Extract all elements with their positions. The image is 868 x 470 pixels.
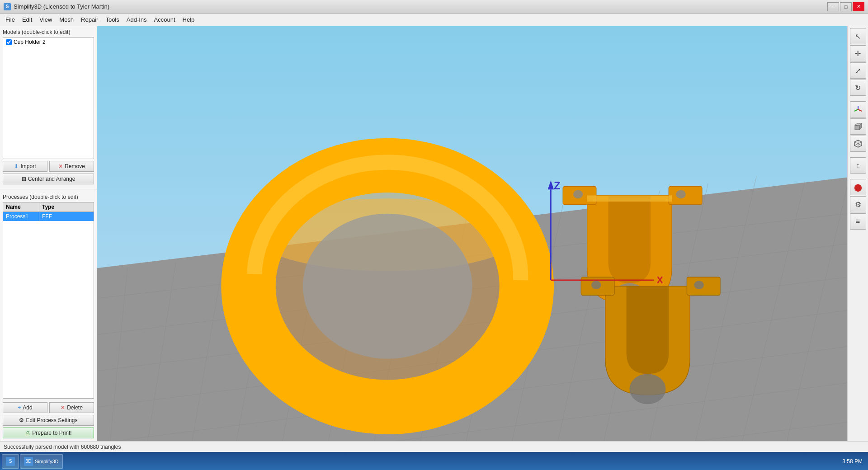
edit-process-button[interactable]: ⚙ Edit Process Settings [3,415,94,426]
menu-item-help[interactable]: Help [179,15,198,24]
scale-tool-button[interactable]: ⤢ [850,62,866,79]
svg-line-48 [854,109,858,111]
processes-list: Process1 FFF [3,212,94,399]
process-bottom-buttons: + Add ✕ Delete ⚙ Edit Process Settings 🖨… [3,400,94,438]
process-name: Process1 [3,212,39,221]
restore-button[interactable]: □ [840,2,852,11]
model-checkbox[interactable] [6,39,12,45]
material-icon: ⬤ [854,183,862,192]
svg-point-36 [629,374,665,404]
svg-text:X: X [657,275,664,286]
rotate-tool-button[interactable]: ↻ [850,80,866,96]
center-arrange-row: ⊞ Center and Arrange [3,174,94,184]
start-icon: S [6,457,15,466]
status-text: Successfully parsed model with 600880 tr… [4,444,121,450]
settings-icon: ⚙ [855,200,861,209]
add-icon: + [18,404,21,411]
viewport[interactable]: Z X [97,26,847,441]
model-item[interactable]: Cup Holder 2 [3,38,94,47]
svg-point-35 [676,190,685,199]
delete-icon: ✕ [61,404,65,411]
remove-button[interactable]: ✕ Remove [49,161,94,172]
remove-icon: ✕ [58,163,63,169]
processes-table-header: Name Type [3,202,94,212]
process-item[interactable]: Process1 FFF [3,212,94,221]
material-button[interactable]: ⬤ [850,179,866,195]
title-bar-left: S Simplify3D (Licensed to Tyler Martin) [4,3,109,10]
app-taskbar-icon: 3D [24,457,33,466]
app-icon: S [4,3,11,10]
taskbar-clock: 3:58 PM [842,458,866,465]
select-icon: ↖ [855,32,861,41]
print-icon: 🖨 [25,430,30,436]
viewport-svg: Z X [97,26,847,441]
z-axis-button[interactable]: ↕ [850,157,866,174]
menu-item-repair[interactable]: Repair [77,15,102,24]
models-list: Cup Holder 2 [3,37,94,159]
menu-item-edit[interactable]: Edit [19,15,36,24]
col-type-header: Type [39,202,94,212]
panel-divider [0,189,97,189]
processes-section: Processes (double-click to edit) Name Ty… [0,191,97,441]
title-bar: S Simplify3D (Licensed to Tyler Martin) … [0,0,868,14]
edit-icon: ⚙ [19,417,24,423]
window-controls: ─ □ ✕ [827,2,864,11]
taskbar: S 3D Simplify3D 3:58 PM [0,452,868,470]
prepare-print-button[interactable]: 🖨 Prepare to Print! [3,428,94,438]
import-icon: ⬇ [14,163,19,169]
menu-item-view[interactable]: View [36,15,56,24]
left-panel: Models (double-click to edit) Cup Holder… [0,26,97,441]
axes-view-button[interactable] [850,101,866,118]
svg-point-38 [591,281,601,289]
menu-item-tools[interactable]: Tools [102,15,123,24]
axes-icon [854,105,863,114]
svg-line-47 [858,109,862,111]
3d-view-button[interactable] [850,136,866,152]
cube-view-button[interactable] [850,118,866,135]
z-axis-icon: ↕ [856,161,860,169]
menu-item-mesh[interactable]: Mesh [56,15,77,24]
menu-item-add-ins[interactable]: Add-Ins [123,15,151,24]
taskbar-app[interactable]: 3D Simplify3D [20,454,63,469]
import-button[interactable]: ⬇ Import [3,161,47,172]
add-delete-row: + Add ✕ Delete [3,402,94,413]
rotate-icon: ↻ [855,84,861,92]
models-label: Models (double-click to edit) [3,29,94,35]
preview-icon: ≡ [856,217,860,226]
svg-point-33 [573,190,583,199]
move-tool-button[interactable]: ✛ [850,45,866,61]
processes-label: Processes (double-click to edit) [3,194,94,200]
models-section: Models (double-click to edit) Cup Holder… [0,26,97,187]
move-icon: ✛ [855,49,861,58]
svg-point-30 [303,214,472,359]
taskbar-app-label: Simplify3D [35,459,59,464]
preview-button[interactable]: ≡ [850,213,866,230]
model-name: Cup Holder 2 [14,39,46,45]
window-title: Simplify3D (Licensed to Tyler Martin) [14,3,109,10]
svg-rect-49 [855,125,859,130]
close-button[interactable]: ✕ [853,2,864,11]
center-arrange-button[interactable]: ⊞ Center and Arrange [3,174,94,184]
model-buttons: ⬇ Import ✕ Remove [3,161,94,172]
cube-icon [854,122,863,131]
center-icon: ⊞ [22,176,26,182]
status-bar: Successfully parsed model with 600880 tr… [0,441,868,452]
process-type: FFF [39,212,94,221]
menu-item-file[interactable]: File [2,15,19,24]
minimize-button[interactable]: ─ [827,2,839,11]
menu-bar: FileEditViewMeshRepairToolsAdd-InsAccoun… [0,14,868,26]
select-tool-button[interactable]: ↖ [850,28,866,44]
delete-process-button[interactable]: ✕ Delete [49,402,94,413]
svg-text:Z: Z [554,179,561,192]
main-content: Models (double-click to edit) Cup Holder… [0,26,868,441]
add-process-button[interactable]: + Add [3,402,47,413]
settings-button[interactable]: ⚙ [850,196,866,212]
scale-icon: ⤢ [855,66,861,75]
col-name-header: Name [3,202,39,212]
taskbar-start[interactable]: S [2,454,19,469]
3d-view-icon [854,139,863,148]
menu-item-account[interactable]: Account [151,15,179,24]
svg-point-40 [694,281,704,289]
right-toolbar: ↖ ✛ ⤢ ↻ [847,26,868,441]
